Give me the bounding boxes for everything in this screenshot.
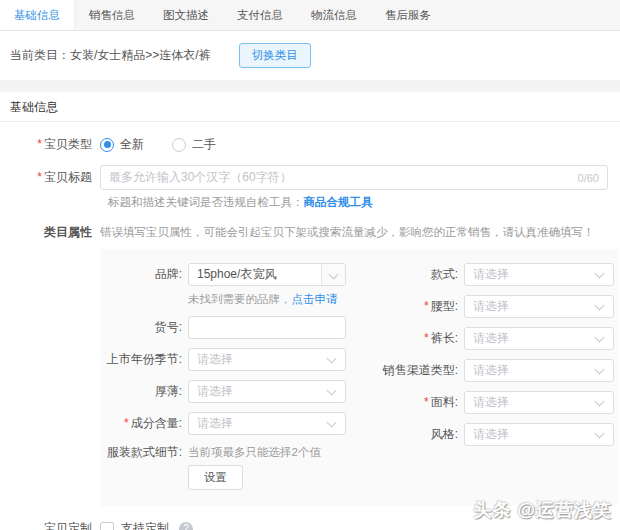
composition-label: *成分含量: <box>100 415 182 432</box>
chevron-down-icon <box>595 429 605 439</box>
top-tabbar: 基础信息 销售信息 图文描述 支付信息 物流信息 售后服务 <box>0 0 620 31</box>
apply-brand-link[interactable]: 点击申请 <box>292 293 338 305</box>
pants-length-label: *裤长: <box>358 330 458 347</box>
category-props-warning: 错误填写宝贝属性，可能会引起宝贝下架或搜索流量减少，影响您的正常销售，请认真准确… <box>100 224 603 240</box>
chevron-down-icon <box>595 301 605 311</box>
thickness-row: 厚薄: 请选择 <box>100 380 358 403</box>
fashion-style-label: 风格: <box>358 426 458 443</box>
item-title-row: *宝贝标题 最多允许输入30个汉字（60字符） 0/60 <box>0 165 620 190</box>
watermark-text: 头条 @运营浅笑 <box>473 498 612 522</box>
tab-after-sales[interactable]: 售后服务 <box>371 0 445 30</box>
brand-helper: 未找到需要的品牌，点击申请 <box>188 292 358 307</box>
style-detail-setting-button[interactable]: 设置 <box>188 465 243 490</box>
radio-unselected-icon[interactable] <box>172 138 186 152</box>
style-row: 款式: 请选择 <box>358 263 618 286</box>
char-counter: 0/60 <box>578 172 599 184</box>
section-title: 基础信息 <box>0 92 620 122</box>
season-select[interactable]: 请选择 <box>188 348 346 371</box>
radio-selected-icon[interactable] <box>100 138 114 152</box>
item-title-input[interactable]: 最多允许输入30个汉字（60字符） 0/60 <box>100 165 608 190</box>
props-left-column: 品牌: 15phoe/衣宽风 未找到需要的品牌，点击申请 货号: <box>100 263 358 490</box>
composition-row: *成分含量: 请选择 <box>100 412 358 435</box>
item-number-row: 货号: <box>100 316 358 339</box>
required-mark: * <box>124 416 129 430</box>
composition-select[interactable]: 请选择 <box>188 412 346 435</box>
thickness-select[interactable]: 请选择 <box>188 380 346 403</box>
chevron-down-icon <box>327 354 337 364</box>
radio-label: 二手 <box>192 136 216 153</box>
item-type-row: *宝贝类型 全新 二手 <box>0 136 620 153</box>
chevron-down-icon <box>595 333 605 343</box>
product-publish-page: 基础信息 销售信息 图文描述 支付信息 物流信息 售后服务 当前类目：女装/女士… <box>0 0 620 530</box>
tab-description[interactable]: 图文描述 <box>149 0 223 30</box>
style-detail-row: 服装款式细节: 当前项最多只能选择2个值 <box>100 444 358 461</box>
switch-category-button[interactable]: 切换类目 <box>239 43 311 68</box>
chevron-down-icon <box>327 386 337 396</box>
basic-info-form: *宝贝类型 全新 二手 *宝贝标题 最多允许输入30个汉字（60字符） 0/60… <box>0 122 620 530</box>
season-row: 上市年份季节: 请选择 <box>100 348 358 371</box>
style-label: 款式: <box>358 266 458 283</box>
fashion-style-select[interactable]: 请选择 <box>464 423 614 446</box>
required-mark: * <box>424 331 429 345</box>
waist-select[interactable]: 请选择 <box>464 295 614 318</box>
divider-band <box>0 80 620 92</box>
item-type-option-new[interactable]: 全新 <box>100 136 144 153</box>
style-select[interactable]: 请选择 <box>464 263 614 286</box>
pants-length-row: *裤长: 请选择 <box>358 327 618 350</box>
required-mark: * <box>424 299 429 313</box>
fabric-select[interactable]: 请选择 <box>464 391 614 414</box>
style-detail-note: 当前项最多只能选择2个值 <box>188 445 321 460</box>
current-category-row: 当前类目：女装/女士精品>>连体衣/裤 切换类目 <box>0 31 620 80</box>
category-props-label: 类目属性 <box>0 224 100 241</box>
radio-label: 全新 <box>120 136 144 153</box>
tab-logistics-info[interactable]: 物流信息 <box>297 0 371 30</box>
required-mark: * <box>424 395 429 409</box>
customization-checkbox[interactable] <box>100 522 114 530</box>
category-props-row: 类目属性 错误填写宝贝属性，可能会引起宝贝下架或搜索流量减少，影响您的正常销售，… <box>0 224 620 241</box>
required-mark: * <box>37 170 42 184</box>
sales-channel-row: 销售渠道类型: 请选择 <box>358 359 618 382</box>
chevron-down-icon <box>595 397 605 407</box>
item-title-label: *宝贝标题 <box>0 169 100 186</box>
brand-value: 15phoe/衣宽风 <box>197 266 276 283</box>
pants-length-select[interactable]: 请选择 <box>464 327 614 350</box>
brand-row: 品牌: 15phoe/衣宽风 <box>100 263 358 286</box>
fabric-label: *面料: <box>358 394 458 411</box>
item-type-label: *宝贝类型 <box>0 136 100 153</box>
customization-label: 宝贝定制 <box>0 520 100 530</box>
tab-payment-info[interactable]: 支付信息 <box>223 0 297 30</box>
item-number-input[interactable] <box>188 316 346 339</box>
style-detail-label: 服装款式细节: <box>100 444 182 461</box>
sales-channel-select[interactable]: 请选择 <box>464 359 614 382</box>
item-type-option-used[interactable]: 二手 <box>172 136 216 153</box>
chevron-down-icon <box>327 418 337 428</box>
tab-sales-info[interactable]: 销售信息 <box>75 0 149 30</box>
customization-checkbox-label: 支持定制 <box>121 520 169 530</box>
waist-row: *腰型: 请选择 <box>358 295 618 318</box>
thickness-label: 厚薄: <box>100 383 182 400</box>
brand-label: 品牌: <box>100 266 182 283</box>
chevron-down-icon <box>595 365 605 375</box>
category-props-panel: 品牌: 15phoe/衣宽风 未找到需要的品牌，点击申请 货号: <box>100 249 618 506</box>
waist-label: *腰型: <box>358 298 458 315</box>
current-category-text: 当前类目：女装/女士精品>>连体衣/裤 <box>10 47 211 64</box>
item-number-label: 货号: <box>100 319 182 336</box>
title-helper-text: 标题和描述关键词是否违规自检工具：商品合规工具 <box>108 195 620 210</box>
sales-channel-label: 销售渠道类型: <box>358 362 458 379</box>
fabric-row: *面料: 请选择 <box>358 391 618 414</box>
compliance-tool-link[interactable]: 商品合规工具 <box>304 196 373 208</box>
fashion-style-row: 风格: 请选择 <box>358 423 618 446</box>
season-label: 上市年份季节: <box>100 351 182 368</box>
chevron-down-icon <box>595 269 605 279</box>
chevron-down-icon[interactable] <box>321 264 345 285</box>
help-icon[interactable]: ? <box>179 522 193 530</box>
props-right-column: 款式: 请选择 *腰型: 请选择 <box>358 263 618 490</box>
item-title-placeholder: 最多允许输入30个汉字（60字符） <box>109 169 578 186</box>
brand-combobox[interactable]: 15phoe/衣宽风 <box>188 263 346 286</box>
tab-basic-info[interactable]: 基础信息 <box>0 0 75 30</box>
required-mark: * <box>37 137 42 151</box>
